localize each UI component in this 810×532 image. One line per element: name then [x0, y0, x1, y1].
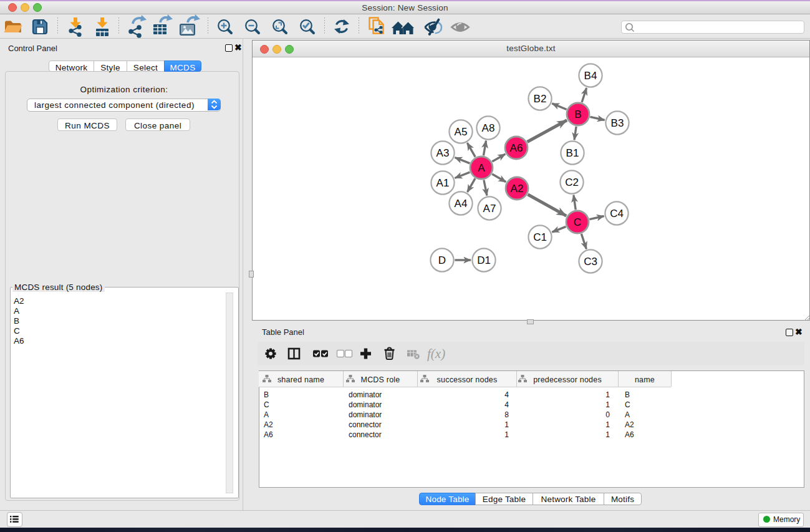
svg-text:C4: C4: [610, 208, 624, 220]
svg-text:D: D: [438, 254, 446, 266]
svg-text:A4: A4: [455, 198, 468, 210]
svg-text:A8: A8: [482, 122, 495, 134]
svg-text:B3: B3: [611, 117, 624, 129]
svg-text:C3: C3: [584, 256, 597, 268]
svg-text:B: B: [574, 109, 581, 120]
svg-text:f(x): f(x): [427, 346, 445, 361]
svg-text:B1: B1: [566, 147, 579, 159]
svg-text:A1: A1: [436, 177, 450, 189]
svg-text:C: C: [574, 216, 581, 228]
svg-text:A3: A3: [436, 147, 450, 159]
svg-text:C1: C1: [533, 231, 547, 243]
svg-text:A7: A7: [483, 203, 496, 215]
svg-text:A6: A6: [510, 142, 523, 154]
svg-text:B2: B2: [534, 93, 547, 105]
svg-text:C2: C2: [565, 177, 579, 188]
svg-text:A5: A5: [455, 126, 468, 138]
svg-text:B4: B4: [584, 70, 597, 82]
svg-text:A: A: [478, 162, 485, 174]
svg-text:D1: D1: [477, 254, 491, 266]
svg-text:A2: A2: [511, 183, 524, 195]
